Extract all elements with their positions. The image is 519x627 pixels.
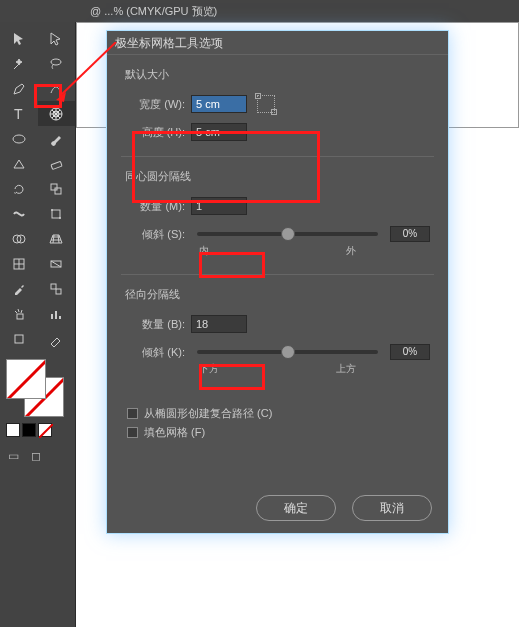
- svg-point-10: [59, 217, 61, 219]
- eyedropper-tool[interactable]: [0, 276, 38, 301]
- svg-rect-5: [51, 161, 62, 169]
- radial-group: 径向分隔线 数量 (B): 18 倾斜 (K): 0% 下方 上方: [121, 287, 434, 392]
- perspective-grid-tool[interactable]: [38, 226, 76, 251]
- polar-grid-options-dialog: 极坐标网格工具选项 默认大小 宽度 (W): 5 cm 高度 (H): 5 cm…: [106, 30, 449, 534]
- concentric-skew-label: 倾斜 (S):: [125, 227, 185, 242]
- svg-rect-8: [52, 210, 60, 218]
- ok-button[interactable]: 确定: [256, 495, 336, 521]
- mini-gradient[interactable]: [22, 423, 36, 437]
- eraser-tool[interactable]: [38, 151, 76, 176]
- gradient-tool[interactable]: [38, 251, 76, 276]
- svg-rect-7: [55, 188, 61, 194]
- height-input[interactable]: 5 cm: [191, 123, 247, 141]
- svg-rect-19: [55, 311, 57, 319]
- type-tool[interactable]: T: [0, 101, 38, 126]
- slice-tool[interactable]: [38, 326, 76, 351]
- skew-right-label: 上方: [336, 362, 356, 376]
- svg-point-4: [13, 135, 25, 143]
- concentric-skew-value[interactable]: 0%: [390, 226, 430, 242]
- svg-point-9: [51, 209, 53, 211]
- dialog-title: 极坐标网格工具选项: [107, 31, 448, 55]
- cancel-button[interactable]: 取消: [352, 495, 432, 521]
- radial-skew-slider[interactable]: [197, 350, 378, 354]
- scale-tool[interactable]: [38, 176, 76, 201]
- group-title: 默认大小: [121, 67, 434, 82]
- rotate-tool[interactable]: [0, 176, 38, 201]
- compound-path-checkbox-row[interactable]: 从椭圆形创建复合路径 (C): [121, 404, 434, 423]
- concentric-count-input[interactable]: 1: [191, 197, 247, 215]
- mesh-tool[interactable]: [0, 251, 38, 276]
- svg-rect-17: [17, 314, 23, 319]
- fill-swatch[interactable]: [6, 359, 46, 399]
- shaper-tool[interactable]: [0, 151, 38, 176]
- checkbox-icon[interactable]: [127, 427, 138, 438]
- draw-mode-icon[interactable]: ◻: [31, 449, 41, 463]
- magic-wand-tool[interactable]: [0, 51, 38, 76]
- svg-rect-6: [51, 184, 57, 190]
- svg-point-0: [51, 59, 61, 65]
- column-graph-tool[interactable]: [38, 301, 76, 326]
- doc-title: @ ...% (CMYK/GPU 预览): [90, 4, 217, 19]
- lasso-tool[interactable]: [38, 51, 76, 76]
- polar-grid-tool[interactable]: [38, 101, 76, 126]
- paintbrush-tool[interactable]: [38, 126, 76, 151]
- blend-tool[interactable]: [38, 276, 76, 301]
- mini-none[interactable]: [38, 423, 52, 437]
- svg-text:T: T: [14, 106, 23, 122]
- width-input[interactable]: 5 cm: [191, 95, 247, 113]
- radial-count-label: 数量 (B):: [125, 317, 185, 332]
- svg-rect-16: [56, 289, 61, 294]
- checkbox-icon[interactable]: [127, 408, 138, 419]
- concentric-skew-slider[interactable]: [197, 232, 378, 236]
- screen-mode-icon[interactable]: ▭: [8, 449, 19, 463]
- free-transform-tool[interactable]: [38, 201, 76, 226]
- fill-label: 填色网格 (F): [144, 425, 205, 440]
- mini-fill[interactable]: [6, 423, 20, 437]
- radial-skew-label: 倾斜 (K):: [125, 345, 185, 360]
- svg-line-24: [39, 424, 53, 438]
- curvature-tool[interactable]: [38, 76, 76, 101]
- fill-grid-checkbox-row[interactable]: 填色网格 (F): [121, 423, 434, 442]
- toolbox: T ▭ ◻: [0, 22, 76, 627]
- skew-left-label: 下方: [199, 362, 219, 376]
- width-tool[interactable]: [0, 201, 38, 226]
- height-label: 高度 (H):: [125, 125, 185, 140]
- svg-rect-21: [15, 335, 23, 343]
- direct-selection-tool[interactable]: [38, 26, 76, 51]
- concentric-count-label: 数量 (M):: [125, 199, 185, 214]
- skew-right-label: 外: [346, 244, 356, 258]
- concentric-group: 同心圆分隔线 数量 (M): 1 倾斜 (S): 0% 内 外: [121, 169, 434, 275]
- svg-line-22: [7, 360, 45, 398]
- width-label: 宽度 (W):: [125, 97, 185, 112]
- compound-label: 从椭圆形创建复合路径 (C): [144, 406, 272, 421]
- ellipse-tool[interactable]: [0, 126, 38, 151]
- svg-rect-15: [51, 284, 56, 289]
- artboard-tool[interactable]: [0, 326, 38, 351]
- selection-tool[interactable]: [0, 26, 38, 51]
- default-size-group: 默认大小 宽度 (W): 5 cm 高度 (H): 5 cm: [121, 67, 434, 157]
- group-title: 同心圆分隔线: [121, 169, 434, 184]
- radial-skew-value[interactable]: 0%: [390, 344, 430, 360]
- symbol-sprayer-tool[interactable]: [0, 301, 38, 326]
- radial-count-input[interactable]: 18: [191, 315, 247, 333]
- color-swatches[interactable]: [0, 355, 75, 441]
- svg-rect-18: [51, 314, 53, 319]
- shape-builder-tool[interactable]: [0, 226, 38, 251]
- group-title: 径向分隔线: [121, 287, 434, 302]
- svg-rect-20: [59, 316, 61, 319]
- app-titlebar: @ ...% (CMYK/GPU 预览): [0, 0, 519, 22]
- pen-tool[interactable]: [0, 76, 38, 101]
- skew-left-label: 内: [199, 244, 209, 258]
- reference-point-icon[interactable]: [257, 95, 275, 113]
